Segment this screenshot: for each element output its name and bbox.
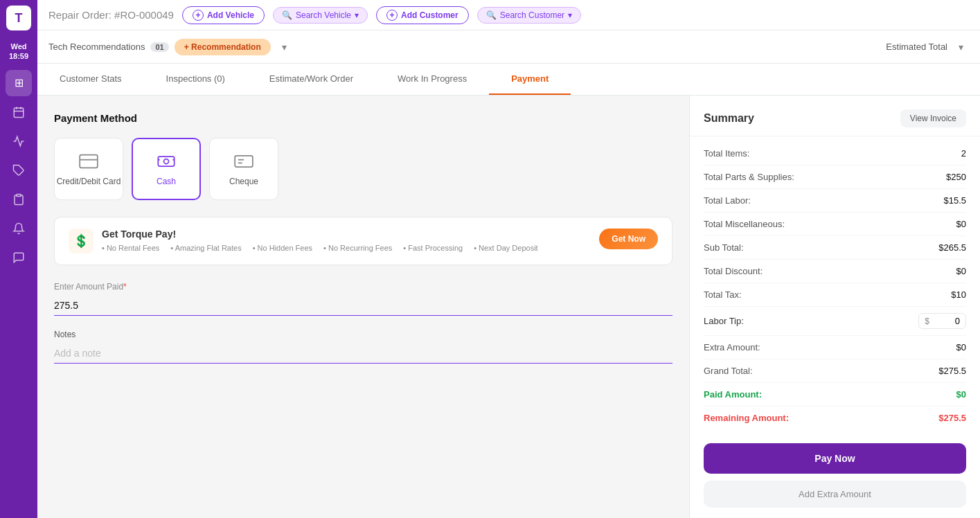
- sidebar: T Wed 18:59 ⊞: [0, 0, 37, 518]
- svg-point-9: [164, 159, 169, 164]
- torque-info: Get Torque Pay! No Rental Fees Amazing F…: [102, 229, 538, 252]
- labor-tip-input-wrap: $: [918, 313, 966, 329]
- labor-tip-label: Labor Tip:: [704, 316, 744, 326]
- sidebar-date: Wed 18:59: [9, 42, 28, 62]
- estimated-total-chevron[interactable]: ▾: [953, 39, 969, 55]
- grand-total-value: $275.5: [938, 366, 966, 376]
- app-logo[interactable]: T: [6, 6, 31, 30]
- tab-payment[interactable]: Payment: [489, 64, 571, 95]
- sidebar-item-chat[interactable]: [6, 244, 32, 271]
- tab-estimate[interactable]: Estimate/Work Order: [247, 64, 375, 95]
- tech-rec-badge: 01: [150, 42, 168, 52]
- total-labor-row: Total Labor: $15.5: [704, 189, 966, 213]
- cheque-label: Cheque: [229, 177, 258, 186]
- topbar: Repair Order: #RO-000049 + Add Vehicle 🔍…: [37, 0, 980, 30]
- total-tax-row: Total Tax: $10: [704, 283, 966, 307]
- extra-amount-label: Extra Amount:: [704, 342, 760, 352]
- paid-amount-row: Paid Amount: $0: [704, 383, 966, 407]
- total-labor-label: Total Labor:: [704, 195, 751, 206]
- recommendation-button[interactable]: + Recommendation: [175, 39, 271, 55]
- add-vehicle-icon: +: [193, 10, 204, 21]
- secondary-bar: Tech Recommendations 01 + Recommendation…: [37, 30, 980, 64]
- total-discount-value: $0: [956, 266, 966, 276]
- sidebar-item-tag[interactable]: [6, 157, 32, 184]
- sidebar-item-calendar[interactable]: [6, 99, 32, 125]
- credit-card-label: Credit/Debit Card: [57, 177, 121, 186]
- grand-total-label: Grand Total:: [704, 366, 753, 376]
- add-customer-icon: +: [386, 10, 398, 21]
- summary-rows: Total Items: 2 Total Parts & Supplies: $…: [690, 136, 980, 435]
- svg-rect-12: [235, 156, 253, 167]
- summary-title: Summary: [704, 112, 754, 125]
- total-discount-label: Total Discount:: [704, 266, 763, 276]
- payment-card-credit[interactable]: Credit/Debit Card: [54, 138, 123, 200]
- recommendation-chevron[interactable]: ▾: [276, 39, 292, 55]
- labor-tip-row: Labor Tip: $: [704, 307, 966, 336]
- feature-6: Next Day Deposit: [474, 244, 538, 252]
- add-vehicle-button[interactable]: + Add Vehicle: [182, 6, 265, 24]
- sidebar-item-clipboard[interactable]: [6, 186, 32, 213]
- extra-amount-value: $0: [956, 342, 966, 352]
- content-area: Tech Recommendations 01 + Recommendation…: [37, 30, 980, 518]
- torque-icon: 💲: [69, 229, 93, 253]
- notes-label: Notes: [54, 330, 672, 339]
- tech-rec-label: Tech Recommendations: [48, 42, 145, 52]
- extra-amount-row: Extra Amount: $0: [704, 336, 966, 359]
- amount-paid-label: Enter Amount Paid*: [54, 282, 672, 292]
- sub-total-label: Sub Total:: [704, 242, 744, 253]
- estimated-total-section: Estimated Total ▾: [886, 39, 969, 55]
- sub-total-row: Sub Total: $265.5: [704, 236, 966, 260]
- labor-tip-prefix: $: [925, 316, 929, 326]
- search-icon-2: 🔍: [486, 10, 497, 20]
- remaining-amount-row: Remaining Amount: $275.5: [704, 407, 966, 429]
- notes-input[interactable]: [54, 343, 672, 364]
- total-tax-value: $10: [951, 289, 966, 300]
- torque-title: Get Torque Pay!: [102, 229, 538, 240]
- remaining-amount-value: $275.5: [938, 413, 966, 423]
- payment-card-cash[interactable]: Cash: [132, 138, 201, 200]
- total-labor-value: $15.5: [943, 195, 966, 206]
- total-parts-label: Total Parts & Supplies:: [704, 172, 794, 182]
- total-misc-label: Total Miscellaneous:: [704, 219, 785, 229]
- add-customer-button[interactable]: + Add Customer: [376, 6, 469, 24]
- torque-banner-content: 💲 Get Torque Pay! No Rental Fees Amazing…: [69, 229, 538, 253]
- labor-tip-input[interactable]: [932, 316, 960, 326]
- feature-3: No Hidden Fees: [253, 244, 312, 252]
- torque-features: No Rental Fees Amazing Flat Rates No Hid…: [102, 244, 538, 252]
- get-now-button[interactable]: Get Now: [599, 229, 658, 249]
- torque-pay-banner: 💲 Get Torque Pay! No Rental Fees Amazing…: [54, 217, 672, 265]
- amount-paid-input[interactable]: [54, 296, 672, 316]
- cash-label: Cash: [157, 177, 176, 186]
- pay-now-button[interactable]: Pay Now: [704, 443, 966, 474]
- sidebar-item-bell[interactable]: [6, 215, 32, 242]
- total-items-row: Total Items: 2: [704, 142, 966, 166]
- payment-method-title: Payment Method: [54, 112, 672, 124]
- feature-5: Fast Processing: [403, 244, 463, 252]
- tabs-bar: Customer Stats Inspections (0) Estimate/…: [37, 64, 980, 96]
- tab-customer-stats[interactable]: Customer Stats: [37, 64, 144, 95]
- sidebar-item-chart[interactable]: [6, 128, 32, 154]
- add-extra-amount-button[interactable]: Add Extra Amount: [704, 481, 966, 508]
- summary-header: Summary View Invoice: [690, 96, 980, 136]
- tab-wip[interactable]: Work In Progress: [375, 64, 489, 95]
- amount-paid-group: Enter Amount Paid*: [54, 282, 672, 316]
- estimated-total-label: Estimated Total: [886, 42, 947, 52]
- svg-rect-8: [158, 157, 174, 166]
- payment-method-cards: Credit/Debit Card Cash: [54, 138, 672, 200]
- search-customer-button[interactable]: 🔍 Search Customer ▾: [477, 7, 581, 24]
- search-icon: 🔍: [282, 10, 292, 20]
- page-title: Repair Order: #RO-000049: [48, 9, 174, 21]
- svg-rect-5: [17, 194, 21, 196]
- payment-card-cheque[interactable]: Cheque: [209, 138, 278, 200]
- sidebar-item-grid[interactable]: ⊞: [6, 70, 32, 96]
- svg-rect-6: [80, 155, 98, 168]
- chevron-down-icon: ▾: [355, 10, 359, 20]
- svg-rect-0: [14, 108, 24, 118]
- view-invoice-button[interactable]: View Invoice: [900, 109, 966, 127]
- summary-panel: Summary View Invoice Total Items: 2 Tota…: [689, 96, 980, 518]
- tab-inspections[interactable]: Inspections (0): [144, 64, 247, 95]
- search-vehicle-button[interactable]: 🔍 Search Vehicle ▾: [273, 7, 368, 24]
- total-items-label: Total Items:: [704, 148, 749, 159]
- total-tax-label: Total Tax:: [704, 289, 742, 300]
- left-panel: Payment Method Credit/Debit Card: [37, 96, 689, 518]
